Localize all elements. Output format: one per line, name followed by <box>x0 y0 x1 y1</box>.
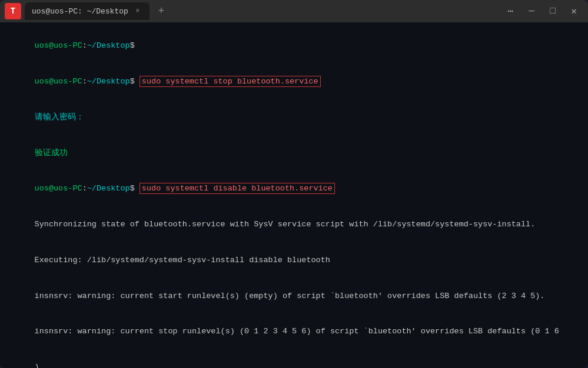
prompt-text: uos@uos-PC <box>35 184 82 193</box>
new-tab-button[interactable]: + <box>153 3 170 19</box>
more-options-button[interactable]: ⋯ <box>501 2 520 21</box>
terminal-output: insnsrv: warning: current stop runlevel(… <box>6 314 582 350</box>
prompt-text: uos@uos-PC <box>35 41 82 50</box>
terminal-content[interactable]: uos@uos-PC:~/Desktop$ uos@uos-PC:~/Deskt… <box>0 22 588 368</box>
close-button[interactable]: ✕ <box>564 2 583 21</box>
terminal-line: uos@uos-PC:~/Desktop$ <box>6 28 582 64</box>
app-logo: T <box>5 3 21 19</box>
terminal-output: ). <box>6 350 582 368</box>
password-prompt: 请输入密码： <box>35 113 84 122</box>
tab-label: uos@uos-PC: ~/Desktop <box>32 7 128 16</box>
minimize-button[interactable]: — <box>522 2 541 21</box>
command-boxed: sudo systemctl stop bluetooth.service <box>139 76 321 87</box>
terminal-line: 请输入密码： <box>6 100 582 136</box>
terminal-output: Synchronizing state of bluetooth.service… <box>6 207 582 243</box>
maximize-button[interactable]: □ <box>543 2 562 21</box>
terminal-window: T uos@uos-PC: ~/Desktop × + ⋯ — □ ✕ uos@… <box>0 0 588 368</box>
prompt-text: uos@uos-PC <box>35 77 82 86</box>
terminal-line: uos@uos-PC:~/Desktop$ sudo systemctl dis… <box>6 171 582 207</box>
tab-close-icon[interactable]: × <box>133 6 142 16</box>
success-text: 验证成功 <box>35 149 68 158</box>
terminal-output: insnsrv: warning: current start runlevel… <box>6 278 582 314</box>
terminal-output: Executing: /lib/systemd/systemd-sysv-ins… <box>6 243 582 279</box>
terminal-line: uos@uos-PC:~/Desktop$ sudo systemctl sto… <box>6 64 582 100</box>
command-boxed: sudo systemctl disable bluetooth.service <box>139 183 335 194</box>
titlebar: T uos@uos-PC: ~/Desktop × + ⋯ — □ ✕ <box>0 0 588 22</box>
logo-text: T <box>11 6 15 16</box>
window-controls: ⋯ — □ ✕ <box>501 2 583 21</box>
terminal-line: 验证成功 <box>6 135 582 171</box>
active-tab[interactable]: uos@uos-PC: ~/Desktop × <box>25 2 150 20</box>
